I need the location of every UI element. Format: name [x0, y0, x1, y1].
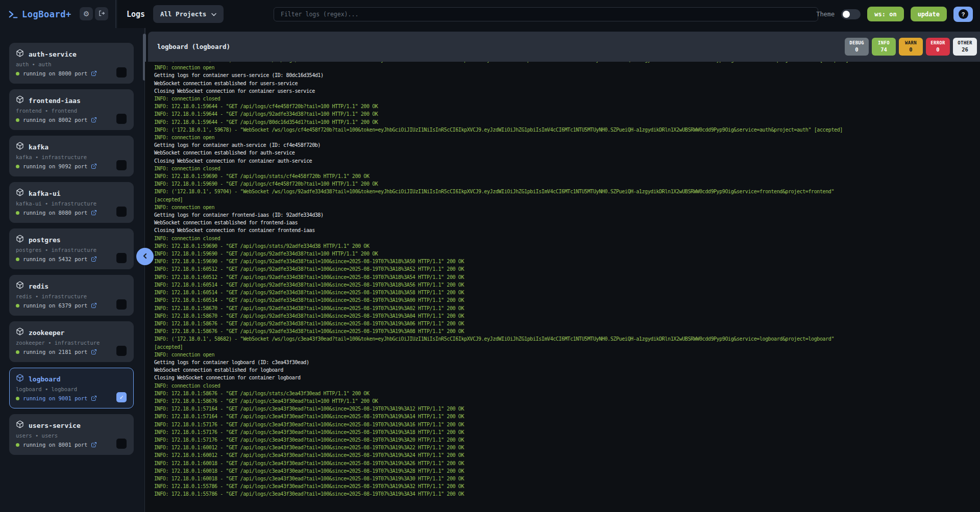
package-icon	[16, 142, 24, 152]
log-line: INFO: 172.18.0.1:60514 - "GET /api/logs/…	[154, 281, 980, 289]
service-meta: kafka-ui • infrastructure	[16, 200, 127, 207]
service-status-text: running on 8080 port	[23, 210, 87, 216]
service-card[interactable]: frontend-iaas frontend • frontend runnin…	[9, 89, 134, 130]
service-card[interactable]: kafka kafka • infrastructure running on …	[9, 136, 134, 176]
status-dot-icon	[16, 258, 19, 261]
external-link-icon[interactable]	[91, 442, 97, 448]
external-link-icon[interactable]	[91, 302, 97, 309]
question-mark-icon: ?	[959, 9, 968, 19]
service-status-text: running on 5432 port	[23, 256, 87, 262]
package-icon	[16, 95, 24, 106]
service-card[interactable]: auth-service auth • auth running on 8000…	[9, 43, 134, 84]
status-dot-icon	[16, 165, 19, 168]
service-status: running on 5432 port	[16, 256, 127, 262]
log-line: Closing WebSocket connection for contain…	[154, 226, 980, 234]
service-status-text: running on 9001 port	[23, 395, 87, 401]
log-line: INFO: 172.18.0.1:59690 - "GET /api/logs/…	[154, 172, 980, 180]
log-line: INFO: 172.18.0.1:58676 - "GET /api/logs/…	[154, 390, 980, 397]
status-dot-icon	[16, 304, 19, 308]
service-status: running on 8002 port	[16, 117, 127, 123]
badge-label: WARN	[905, 40, 917, 46]
service-checkbox[interactable]	[116, 439, 127, 449]
log-line: INFO: 172.18.0.1:59644 - "GET /api/logs/…	[154, 103, 980, 110]
log-line: INFO: 172.18.0.1:57164 - "GET /api/logs/…	[154, 413, 980, 420]
logout-button[interactable]	[95, 7, 108, 20]
theme-toggle[interactable]	[841, 9, 861, 19]
service-card[interactable]: postgres postgres • infrastructure runni…	[9, 228, 134, 269]
log-line: INFO: 172.18.0.1:58676 - "GET /api/logs/…	[154, 327, 980, 335]
log-line: Getting logs for container auth-service …	[154, 141, 980, 149]
service-name: redis	[29, 283, 48, 290]
log-line: WebSocket connection established for fro…	[154, 219, 980, 226]
external-link-icon[interactable]	[91, 210, 97, 216]
service-checkbox[interactable]	[116, 160, 127, 170]
service-checkbox[interactable]	[116, 207, 127, 217]
update-button[interactable]: update	[911, 7, 947, 21]
log-line: Closing WebSocket connection for contain…	[154, 374, 980, 381]
service-checkbox[interactable]	[116, 114, 127, 124]
service-status-text: running on 6379 port	[23, 302, 87, 309]
package-icon	[16, 235, 24, 245]
log-line: INFO: connection closed	[154, 235, 980, 242]
log-line: WebSocket connection established for aut…	[154, 149, 980, 157]
external-link-icon[interactable]	[91, 256, 97, 262]
gear-icon: ⚙	[83, 10, 90, 17]
badge-label: INFO	[878, 40, 890, 46]
package-icon	[16, 188, 24, 198]
log-line: INFO: ('172.18.0.1', 59704) - "WebSocket…	[154, 188, 980, 195]
service-status: running on 8000 port	[16, 70, 127, 76]
service-meta: kafka • infrastructure	[16, 154, 127, 160]
status-dot-icon	[16, 118, 19, 122]
external-link-icon[interactable]	[91, 163, 97, 169]
service-card[interactable]: zookeeper zookeeper • infrastructure run…	[9, 321, 134, 362]
theme-label: Theme	[816, 11, 835, 18]
settings-button[interactable]: ⚙	[80, 7, 93, 20]
log-level-badge: OTHER 26	[953, 38, 977, 56]
log-filter-input[interactable]	[274, 7, 818, 21]
service-checkbox[interactable]	[116, 67, 127, 78]
package-icon	[16, 374, 24, 384]
sidebar-collapse-button[interactable]	[136, 248, 154, 265]
log-stream[interactable]: INFO: ('172.18.0.1', 59640) - "WebSocket…	[145, 62, 980, 512]
log-line: INFO: 172.18.0.1:58670 - "GET /api/logs/…	[154, 312, 980, 320]
log-line: INFO: 172.18.0.1:59690 - "GET /api/logs/…	[154, 250, 980, 258]
service-meta: zookeeper • infrastructure	[16, 340, 127, 346]
status-dot-icon	[16, 350, 19, 354]
help-button[interactable]: ?	[953, 7, 973, 22]
service-checkbox[interactable]	[116, 299, 127, 310]
service-status: running on 9092 port	[16, 163, 127, 169]
log-line: INFO: 172.18.0.1:55786 - "GET /api/logs/…	[154, 482, 980, 490]
project-filter-dropdown[interactable]: All Projects	[153, 5, 224, 23]
log-line: WebSocket connection established for use…	[154, 80, 980, 87]
status-dot-icon	[16, 211, 19, 215]
log-line: INFO: 172.18.0.1:59644 - "GET /api/logs/…	[154, 110, 980, 118]
log-line: INFO: connection closed	[154, 95, 980, 103]
service-checkbox[interactable]	[116, 253, 127, 263]
status-dot-icon	[16, 397, 19, 400]
external-link-icon[interactable]	[91, 395, 97, 401]
service-card[interactable]: redis redis • infrastructure running on …	[9, 275, 134, 316]
service-card[interactable]: logboard logboard • logboard running on …	[9, 368, 134, 408]
service-name: logboard	[29, 375, 61, 383]
external-link-icon[interactable]	[91, 117, 97, 123]
external-link-icon[interactable]	[91, 70, 97, 76]
log-line: INFO: 172.18.0.1:60012 - "GET /api/logs/…	[154, 444, 980, 451]
service-status-text: running on 2181 port	[23, 349, 87, 355]
service-name: users-service	[29, 422, 81, 429]
log-line: INFO: connection open	[154, 134, 980, 141]
log-line: [accepted]	[154, 343, 980, 351]
external-link-icon[interactable]	[91, 349, 97, 355]
service-card[interactable]: kafka-ui kafka-ui • infrastructure runni…	[9, 182, 134, 223]
log-line: Getting logs for container frontend-iaas…	[154, 211, 980, 219]
log-level-badge: INFO 74	[872, 38, 896, 56]
selected-service-title: logboard (logboard)	[157, 43, 230, 50]
service-card[interactable]: users-service users • users running on 8…	[9, 414, 134, 455]
service-checkbox[interactable]	[116, 392, 127, 402]
top-bar: LogBoard+ ⚙ Logs All Projects Theme ws: …	[0, 0, 980, 28]
log-line: INFO: ('172.18.0.1', 58682) - "WebSocket…	[154, 335, 980, 343]
logout-icon	[98, 10, 105, 18]
service-checkbox[interactable]	[116, 346, 127, 356]
badge-count: 74	[880, 46, 887, 53]
log-level-badge: DEBUG 0	[845, 38, 869, 56]
service-meta: frontend • frontend	[16, 108, 127, 114]
